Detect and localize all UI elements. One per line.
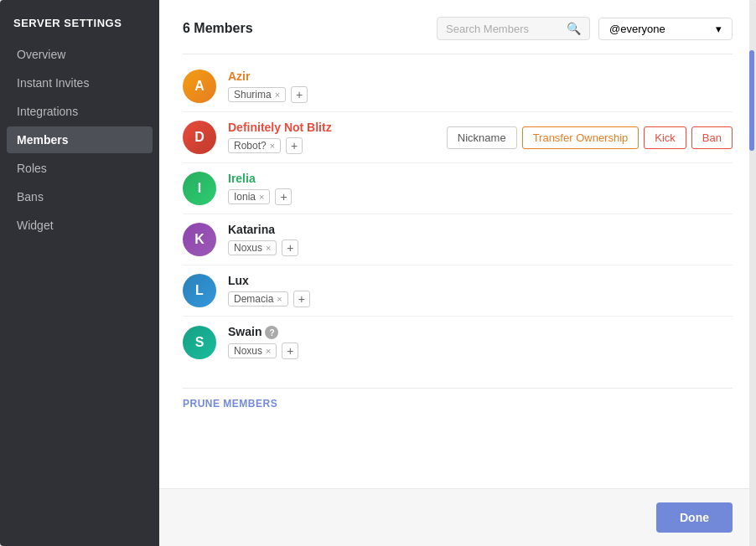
avatar-lux: L [183,274,216,307]
search-icon: 🔍 [567,22,581,35]
member-name-azir[interactable]: Azir [228,70,733,83]
sidebar-item-members[interactable]: Members [7,126,153,153]
role-remove-btn[interactable]: × [266,347,271,356]
add-role-button[interactable]: + [286,137,303,154]
role-filter-label: @everyone [609,23,665,35]
member-row-swain: SSwain?Noxus ×+ [183,317,733,368]
sidebar-item-instant-invites[interactable]: Instant Invites [7,70,153,96]
sidebar: SERVER SETTINGS OverviewInstant InvitesI… [0,0,159,546]
scrollbar-track[interactable] [749,0,756,546]
member-name-katarina[interactable]: Katarina [228,223,733,236]
action-btn-kick[interactable]: Kick [644,126,686,149]
avatar-irelia: I [183,172,216,205]
member-info-katarina: KatarinaNoxus ×+ [228,223,733,256]
sidebar-item-overview[interactable]: Overview [7,41,153,68]
sidebar-item-widget[interactable]: Widget [7,212,153,239]
member-row-lux: LLuxDemacia ×+ [183,265,733,317]
member-name-irelia[interactable]: Irelia [228,172,733,185]
member-info-lux: LuxDemacia ×+ [228,274,733,307]
add-role-button[interactable]: + [282,343,298,359]
action-btn-ban[interactable]: Ban [691,126,733,149]
scrollbar-thumb [749,50,754,151]
header-divider [183,54,733,54]
member-name-definitely-not-blitz[interactable]: Definitely Not Blitz [228,121,447,134]
avatar-katarina: K [183,223,216,256]
add-role-button[interactable]: + [291,86,308,103]
sidebar-item-integrations[interactable]: Integrations [7,98,153,125]
footer: Done [159,488,756,546]
role-remove-btn[interactable]: × [277,295,282,304]
prune-members-button[interactable]: PRUNE MEMBERS [183,398,277,410]
avatar-azir: A [183,70,216,103]
chevron-down-icon: ▾ [716,23,722,35]
role-remove-btn[interactable]: × [275,90,280,100]
members-list: AAzirShurima ×+DDefinitely Not BlitzRobo… [183,61,733,368]
add-role-button[interactable]: + [293,291,310,307]
member-info-definitely-not-blitz: Definitely Not BlitzRobot? ×+ [228,121,447,154]
sidebar-nav: OverviewInstant InvitesIntegrationsMembe… [0,41,159,240]
member-row-azir: AAzirShurima ×+ [183,61,733,112]
add-role-button[interactable]: + [282,240,298,256]
roles-row-swain: Noxus ×+ [228,343,733,359]
sidebar-item-bans[interactable]: Bans [7,183,153,210]
roles-row-definitely-not-blitz: Robot? ×+ [228,137,447,154]
member-actions-definitely-not-blitz: NicknameTransfer OwnershipKickBan [447,126,733,149]
search-input[interactable] [446,23,563,35]
role-tag-noxus: Noxus × [228,240,277,255]
member-info-swain: Swain?Noxus ×+ [228,325,733,359]
main-content: 6 Members 🔍 @everyone ▾ AAzirShurima ×+D… [159,0,756,488]
main-panel: 6 Members 🔍 @everyone ▾ AAzirShurima ×+D… [159,0,756,546]
member-row-katarina: KKatarinaNoxus ×+ [183,214,733,265]
role-tag-robot-: Robot? × [228,138,281,153]
roles-row-lux: Demacia ×+ [228,291,733,307]
done-button[interactable]: Done [656,502,733,533]
member-row-irelia: IIreliaIonia ×+ [183,163,733,214]
role-filter-dropdown[interactable]: @everyone ▾ [598,18,733,40]
role-remove-btn[interactable]: × [270,142,275,151]
member-info-azir: AzirShurima ×+ [228,70,733,103]
member-info-irelia: IreliaIonia ×+ [228,172,733,205]
question-icon[interactable]: ? [265,326,278,339]
member-row-definitely-not-blitz: DDefinitely Not BlitzRobot? ×+NicknameTr… [183,112,733,163]
avatar-definitely-not-blitz: D [183,121,216,154]
prune-section: PRUNE MEMBERS [183,368,733,419]
sidebar-title: SERVER SETTINGS [0,0,159,41]
role-tag-noxus: Noxus × [228,343,277,358]
action-btn-nickname[interactable]: Nickname [447,126,517,149]
member-name-lux[interactable]: Lux [228,274,733,287]
member-name-swain[interactable]: Swain? [228,325,733,339]
avatar-swain: S [183,326,216,359]
roles-row-azir: Shurima ×+ [228,86,733,103]
role-tag-demacia: Demacia × [228,291,288,306]
role-remove-btn[interactable]: × [266,244,271,253]
roles-row-irelia: Ionia ×+ [228,188,733,205]
members-header: 6 Members 🔍 @everyone ▾ [183,17,733,40]
add-role-button[interactable]: + [275,188,292,205]
roles-row-katarina: Noxus ×+ [228,240,733,256]
role-tag-ionia: Ionia × [228,189,270,204]
role-tag-shurima: Shurima × [228,87,286,102]
header-controls: 🔍 @everyone ▾ [437,17,733,40]
role-remove-btn[interactable]: × [259,193,264,202]
search-box[interactable]: 🔍 [437,17,590,40]
sidebar-item-roles[interactable]: Roles [7,155,153,182]
prune-divider [183,388,733,389]
action-btn-transfer-ownership[interactable]: Transfer Ownership [522,126,639,149]
members-count: 6 Members [183,21,253,36]
